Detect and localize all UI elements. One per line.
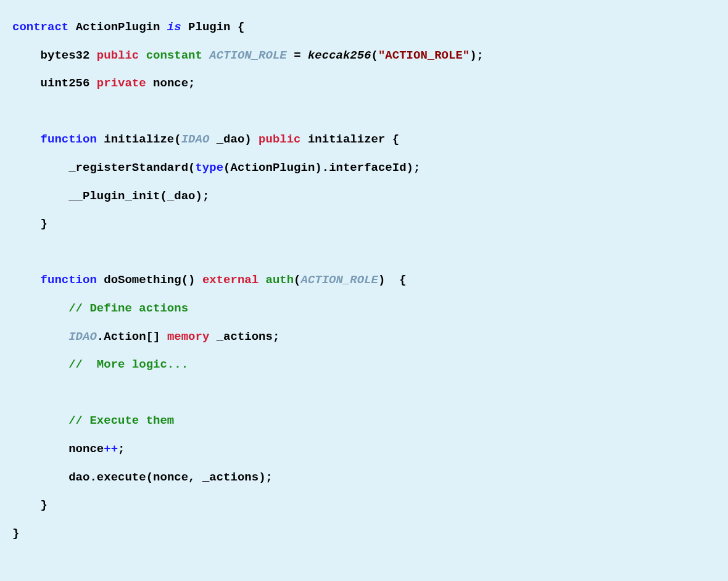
code-block: contract ActionPlugin is Plugin { bytes3… [12, 14, 716, 548]
brackets: [] [146, 330, 160, 344]
fn-plugin-init: __Plugin_init [68, 189, 160, 203]
op-increment: ++ [104, 442, 118, 456]
keyword-function: function [41, 273, 97, 287]
brace-close: } [41, 498, 48, 512]
parens: () [181, 273, 196, 287]
rparen2: ) [315, 161, 321, 175]
lparen: ( [146, 471, 153, 484]
equals: = [294, 49, 300, 62]
semicolon: ; [413, 161, 420, 175]
keyword-function: function [41, 133, 97, 146]
brace-open: { [392, 133, 399, 146]
dot: . [89, 471, 96, 484]
string-literal: "ACTION_ROLE" [378, 49, 469, 62]
obj-dao: dao [68, 471, 89, 484]
keyword-is: is [167, 20, 181, 34]
var-nonce: nonce [68, 442, 104, 456]
modifier-auth: auth [266, 273, 294, 287]
lparen: ( [160, 189, 167, 203]
dot: . [322, 161, 329, 175]
arg-actions: _actions [202, 471, 259, 484]
fn-execute: execute [97, 471, 146, 484]
fn-keccak: keccak256 [308, 49, 371, 62]
brace-open: { [399, 273, 406, 287]
brace-close: } [12, 527, 19, 540]
modifier-constant: constant [146, 49, 202, 62]
var-actions: _actions [217, 330, 273, 344]
brace-close: } [41, 217, 48, 231]
comma: , [188, 471, 195, 484]
subtype-action: Action [104, 330, 146, 344]
semicolon: ; [273, 330, 279, 344]
fn-name-dosomething: doSomething [104, 273, 181, 287]
rparen: ) [378, 273, 385, 287]
lparen: ( [188, 161, 195, 175]
rparen: ) [244, 133, 251, 146]
semicolon: ; [188, 76, 195, 90]
visibility-public: public [259, 133, 300, 146]
keyword-contract: contract [12, 20, 68, 34]
semicolon: ; [118, 442, 125, 456]
type-uint256: uint256 [41, 76, 90, 90]
comment-execute: // Execute them [68, 414, 174, 427]
visibility-external: external [202, 273, 259, 287]
visibility-private: private [97, 76, 146, 90]
param-name-dao: _dao [217, 133, 245, 146]
param-type-idao: IDAO [181, 133, 210, 146]
type-name: ActionPlugin [230, 161, 315, 175]
rparen: ) [407, 161, 413, 175]
arg-nonce: nonce [153, 471, 188, 484]
rparen: ) [469, 49, 476, 62]
dot: . [97, 330, 104, 344]
const-action-role: ACTION_ROLE [301, 273, 378, 287]
semicolon: ; [477, 49, 484, 62]
storage-memory: memory [167, 330, 209, 344]
fn-register: _registerStandard [68, 161, 188, 175]
type-idao: IDAO [68, 330, 97, 344]
keyword-type: type [195, 161, 223, 175]
fn-name-initialize: initialize [104, 133, 174, 146]
comment-define: // Define actions [68, 302, 188, 315]
rparen: ) [195, 189, 202, 203]
contract-name: ActionPlugin [76, 20, 160, 34]
prop-interfaceid: interfaceId [329, 161, 406, 175]
lparen: ( [294, 273, 300, 287]
visibility-public: public [97, 49, 139, 62]
comment-more: // More logic... [68, 358, 188, 371]
lparen: ( [371, 49, 378, 62]
parent-name: Plugin [188, 20, 230, 34]
semicolon: ; [202, 189, 209, 203]
brace-open: { [238, 20, 244, 34]
arg-dao: _dao [167, 189, 196, 203]
constant-name: ACTION_ROLE [209, 49, 286, 62]
type-bytes32: bytes32 [41, 49, 90, 62]
semicolon: ; [266, 471, 273, 484]
lparen: ( [174, 133, 181, 146]
lparen2: ( [223, 161, 230, 175]
var-nonce: nonce [153, 76, 188, 90]
modifier-initializer: initializer [308, 133, 385, 146]
rparen: ) [259, 471, 265, 484]
